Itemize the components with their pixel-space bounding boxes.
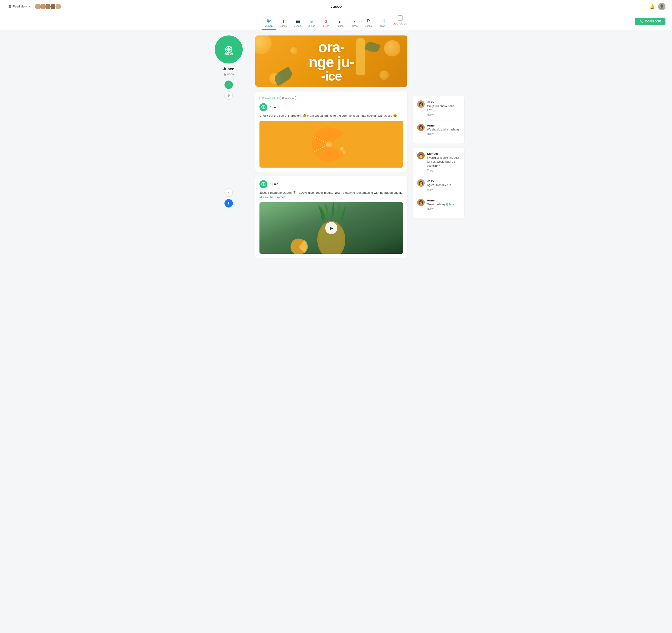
nav-wrapper: 🐦 Jusco f Jusco 📷 Jusco in Jusco G Jusco… xyxy=(0,13,672,30)
post2-author-avatar xyxy=(260,180,267,188)
add-pages-icon: + xyxy=(398,16,403,21)
nav-label-pinterest: Jusco xyxy=(365,24,372,30)
facebook-action-button[interactable]: f xyxy=(224,199,233,208)
comment-body: Jess Omg! this photo is the best Reply xyxy=(427,100,460,116)
comment-avatar-jess-2: 👩 xyxy=(417,179,425,187)
orange-slice-image xyxy=(310,123,352,165)
nav-label-blog: Blog xyxy=(380,24,385,30)
play-button[interactable]: ▶ xyxy=(325,222,337,234)
nav-label-twitter: Jusco xyxy=(265,24,273,30)
comment-text: Agree! Monday it is. xyxy=(427,183,452,187)
comment-body: Anne We should add a hashtag Reply xyxy=(427,124,459,135)
google-icon: G xyxy=(325,19,327,24)
svg-point-16 xyxy=(326,141,332,147)
post-author: Jusco xyxy=(260,103,403,111)
tiktok-icon: ♪ xyxy=(354,20,355,24)
header-left: ☰ Feed view ▼ xyxy=(6,3,62,10)
post-video-thumb[interactable]: ▶ xyxy=(260,202,403,254)
nav-label-facebook: Jusco xyxy=(280,24,287,30)
app-title: Jusco xyxy=(330,4,342,9)
svg-text:Jusco: Jusco xyxy=(224,52,233,55)
sidebar: Jusco Jusco @jusco ✓ ✈ ✓ f xyxy=(208,36,250,262)
main-layout: Jusco Jusco @jusco ✓ ✈ ✓ f xyxy=(203,30,469,268)
nav-item-google[interactable]: G Jusco xyxy=(319,17,333,30)
comment-text: Omg! this photo is the best xyxy=(427,104,460,112)
profile-handle: @jusco xyxy=(208,72,250,76)
compose-label: COMPOSE xyxy=(645,20,661,23)
approve-post2-button[interactable]: ✓ xyxy=(224,188,233,197)
comment-avatar-anne-1: 👩 xyxy=(417,124,425,131)
comment-item: 👩 Jess Agree! Monday it is. Reply xyxy=(417,179,460,191)
nav-item-pinterest[interactable]: P Jusco xyxy=(361,16,376,30)
nav-label-instagram: Jusco xyxy=(294,24,301,30)
banner-line1: ora- xyxy=(309,40,354,55)
comment-text: We should add a hashtag xyxy=(427,128,459,132)
user-avatar[interactable]: 👤 xyxy=(658,3,666,10)
linkedin-icon: in xyxy=(310,20,313,24)
comment-avatar-anne-2: 👩 xyxy=(417,198,425,206)
reply-link[interactable]: Reply xyxy=(427,207,454,210)
nav-item-add-pages[interactable]: + ADD PAGES xyxy=(390,13,411,30)
reply-link[interactable]: Reply xyxy=(427,132,459,135)
comment-avatar-samuel: 👨 xyxy=(417,152,425,159)
team-avatars xyxy=(34,3,62,10)
svg-point-18 xyxy=(343,151,345,154)
profile-avatar: Jusco xyxy=(215,36,243,64)
reply-link[interactable]: Reply xyxy=(427,113,460,116)
post-image-1 xyxy=(260,121,403,168)
nav-item-blog[interactable]: 📄 Blog xyxy=(376,16,390,30)
banner-line3: -ice xyxy=(309,70,354,83)
comment-divider xyxy=(417,195,460,195)
nav-label-google: Jusco xyxy=(323,24,330,30)
nav-item-linkedin[interactable]: in Jusco xyxy=(305,18,319,30)
post-tags: Photoshoot Campaign xyxy=(260,96,403,100)
banner-text: ora- nge ju- -ice xyxy=(309,40,354,83)
tag-campaign[interactable]: Campaign xyxy=(280,96,296,100)
blog-icon: 📄 xyxy=(380,19,385,24)
nav-item-twitter[interactable]: 🐦 Jusco xyxy=(262,16,277,30)
post-card-2: Jusco Jusco Pineapple Queen 🍍 - 100% jui… xyxy=(255,176,407,258)
nav-item-instagram[interactable]: 📷 Jusco xyxy=(290,17,305,30)
nav-label-youtube: Jusco xyxy=(337,24,343,30)
comment-text: I would schedule this post for next week… xyxy=(427,156,460,168)
commenter-name: Jess xyxy=(427,179,452,183)
comment-item: 👩 Anne Great hashtag @Jess Reply xyxy=(417,198,460,210)
reply-link[interactable]: Reply xyxy=(427,188,452,191)
comment-body: Anne Great hashtag @Jess Reply xyxy=(427,198,454,210)
send-action-button[interactable]: ✈ xyxy=(224,91,233,100)
comment-item: 👨 Samuel I would schedule this post for … xyxy=(417,152,460,171)
menu-icon: ☰ xyxy=(8,5,11,8)
notification-bell-icon[interactable]: 🔔 xyxy=(650,4,655,9)
nav-item-tiktok[interactable]: ♪ Jusco xyxy=(347,18,361,30)
nav-bar: 🐦 Jusco f Jusco 📷 Jusco in Jusco G Jusco… xyxy=(0,13,672,30)
post2-author: Jusco xyxy=(260,180,403,188)
comment-divider xyxy=(417,120,460,120)
reply-link[interactable]: Reply xyxy=(427,169,460,171)
post-text-1: Check out the secret ingredient 🍊 From c… xyxy=(260,113,403,118)
twitter-icon: 🐦 xyxy=(266,19,271,24)
nav-item-youtube[interactable]: ▶ Jusco xyxy=(333,18,347,30)
svg-point-17 xyxy=(340,147,344,151)
youtube-icon: ▶ xyxy=(339,20,341,24)
post2-author-name: Jusco xyxy=(270,182,279,186)
nav-item-facebook[interactable]: f Jusco xyxy=(276,17,290,30)
post2-actions: ✓ f xyxy=(208,188,250,208)
avatar xyxy=(55,3,62,10)
comments-block-1: 👩 Jess Omg! this photo is the best Reply… xyxy=(413,96,464,144)
comment-avatar-jess-1: 👩 xyxy=(417,100,425,108)
pinterest-icon: P xyxy=(367,19,370,24)
profile-card: Jusco Jusco @jusco xyxy=(208,36,250,76)
feed-view-button[interactable]: ☰ Feed view ▼ xyxy=(6,4,32,9)
header-right: 🔔 👤 xyxy=(650,3,666,10)
post-author-name: Jusco xyxy=(270,106,279,109)
commenter-name: Samuel xyxy=(427,152,460,156)
chevron-down-icon: ▼ xyxy=(28,5,30,8)
logo-icon: Jusco xyxy=(222,43,236,56)
approve-action-button[interactable]: ✓ xyxy=(224,80,233,89)
banner-inner: ora- nge ju- -ice xyxy=(255,36,407,87)
comment-body: Jess Agree! Monday it is. Reply xyxy=(427,179,452,191)
app-header: ☰ Feed view ▼ Jusco 🔔 👤 xyxy=(0,0,672,13)
jusco-logo-small xyxy=(260,103,267,111)
tag-photoshoot[interactable]: Photoshoot xyxy=(260,96,278,100)
compose-button[interactable]: ✏️ COMPOSE xyxy=(635,18,666,25)
